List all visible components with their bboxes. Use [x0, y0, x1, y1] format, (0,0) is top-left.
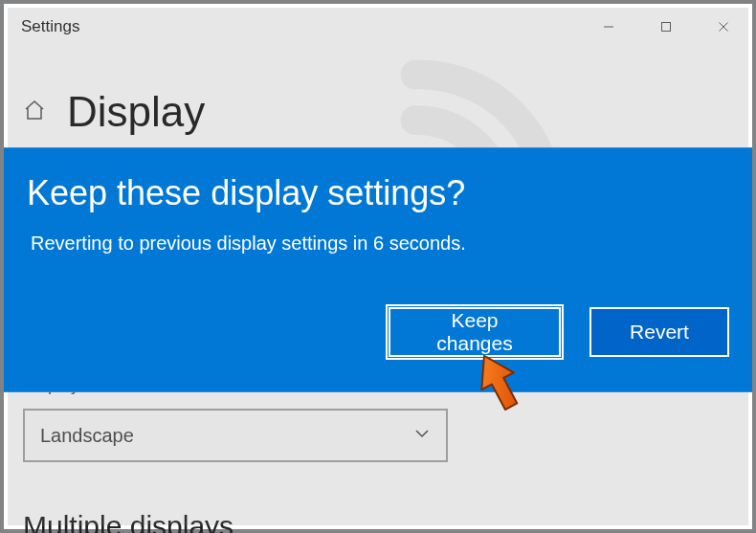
orientation-dropdown[interactable]: Landscape — [23, 409, 448, 462]
multiple-displays-heading: Multiple displays — [23, 510, 733, 533]
keep-settings-dialog: Keep these display settings? Reverting t… — [4, 147, 752, 392]
dialog-buttons: Keep changes Revert — [389, 307, 729, 357]
chevron-down-icon — [413, 425, 431, 447]
dialog-title: Keep these display settings? — [27, 173, 729, 213]
minimize-button[interactable] — [580, 4, 637, 50]
orientation-value: Landscape — [40, 425, 134, 447]
home-icon[interactable] — [23, 99, 46, 125]
svg-rect-1 — [662, 23, 671, 32]
titlebar-title: Settings — [21, 17, 79, 36]
page-header: Display — [23, 88, 733, 136]
keep-changes-button[interactable]: Keep changes — [389, 307, 561, 357]
orientation-section: Display orientation Landscape Multiple d… — [23, 375, 733, 533]
revert-button[interactable]: Revert — [589, 307, 729, 357]
page-title: Display — [67, 88, 205, 136]
titlebar: Settings — [4, 4, 752, 50]
close-button[interactable] — [695, 4, 752, 50]
titlebar-controls — [580, 4, 752, 50]
dialog-message: Reverting to previous display settings i… — [31, 233, 729, 255]
maximize-button[interactable] — [637, 4, 695, 50]
settings-window: Settings Display Display orientation Lan… — [0, 0, 756, 533]
